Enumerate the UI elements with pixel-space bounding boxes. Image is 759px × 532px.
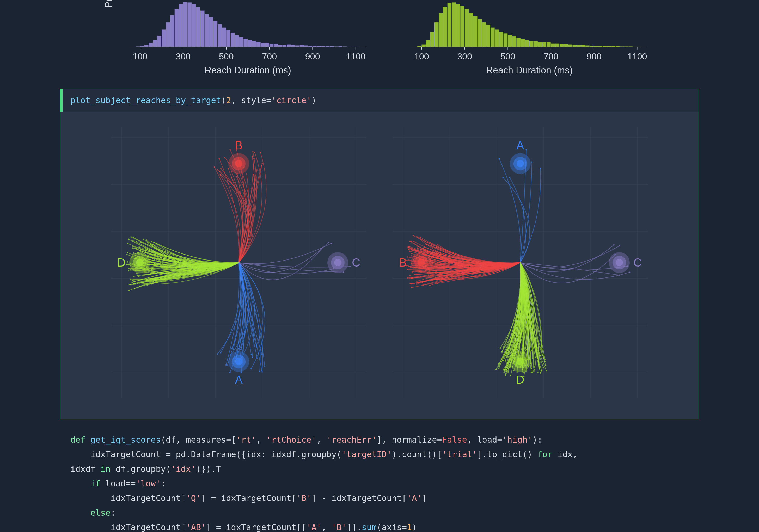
histogram-row: Pr 1003005007009001100Reach Duration (ms…: [60, 0, 699, 78]
svg-rect-29: [261, 43, 265, 47]
svg-rect-89: [516, 38, 521, 47]
svg-rect-74: [452, 2, 456, 47]
svg-rect-98: [555, 44, 559, 47]
svg-point-413: [417, 247, 418, 248]
notebook-cell-code[interactable]: def get_igt_scores(df, measures=['rt', '…: [60, 427, 699, 532]
notebook-cell-selected[interactable]: plot_subject_reaches_by_target(2, style=…: [60, 89, 699, 419]
svg-rect-3: [148, 43, 153, 47]
svg-rect-7: [166, 22, 170, 47]
svg-point-308: [130, 279, 131, 280]
svg-point-561: [531, 368, 532, 369]
svg-text:Reach Duration (ms): Reach Duration (ms): [486, 65, 573, 76]
svg-point-151: [261, 371, 263, 372]
svg-point-302: [150, 244, 151, 245]
svg-point-345: [509, 177, 510, 178]
svg-text:1100: 1100: [346, 51, 366, 61]
svg-rect-17: [209, 18, 213, 47]
svg-point-477: [507, 371, 509, 372]
svg-point-451: [412, 278, 413, 279]
svg-point-489: [496, 369, 497, 370]
svg-point-171: [259, 371, 260, 372]
cell-code[interactable]: plot_subject_reaches_by_target(2, style=…: [62, 89, 324, 111]
histogram-right: 1003005007009001100Reach Duration (ms): [387, 0, 653, 78]
svg-point-450: [412, 270, 414, 272]
svg-text:300: 300: [457, 51, 472, 61]
svg-point-166: [233, 349, 234, 350]
svg-point-203: [343, 272, 344, 273]
svg-point-572: [507, 357, 508, 358]
svg-point-523: [502, 347, 504, 348]
cell-input-area[interactable]: plot_subject_reaches_by_target(2, style=…: [60, 89, 699, 111]
svg-point-175: [252, 156, 253, 157]
svg-point-461: [613, 244, 615, 246]
svg-point-381: [437, 244, 439, 246]
svg-point-286: [146, 240, 147, 241]
svg-point-493: [532, 372, 533, 373]
svg-rect-16: [205, 14, 209, 47]
svg-text:700: 700: [543, 51, 558, 61]
svg-point-441: [411, 287, 412, 288]
svg-point-417: [407, 256, 409, 258]
svg-rect-99: [560, 44, 564, 47]
svg-point-449: [409, 246, 410, 247]
svg-rect-71: [439, 13, 443, 47]
svg-rect-82: [486, 25, 491, 47]
svg-point-222: [138, 276, 140, 277]
svg-point-281: [133, 246, 134, 247]
svg-rect-84: [495, 29, 499, 47]
svg-point-314: [150, 278, 151, 280]
svg-point-466: [498, 367, 499, 369]
svg-point-270: [133, 252, 134, 254]
svg-rect-91: [525, 40, 529, 47]
svg-point-568: [509, 367, 511, 368]
svg-point-405: [407, 269, 408, 270]
svg-point-327: [136, 259, 143, 266]
svg-rect-22: [231, 33, 235, 47]
svg-point-301: [132, 247, 133, 248]
svg-point-279: [133, 281, 135, 283]
svg-point-550: [546, 370, 547, 371]
svg-rect-78: [469, 13, 473, 47]
svg-point-349: [540, 168, 541, 169]
svg-text:1100: 1100: [627, 51, 647, 61]
svg-text:A: A: [516, 139, 524, 152]
svg-rect-25: [243, 39, 248, 47]
svg-point-578: [517, 160, 524, 167]
svg-rect-85: [499, 31, 503, 47]
svg-point-347: [526, 149, 527, 150]
svg-point-556: [533, 370, 535, 371]
svg-rect-83: [491, 28, 495, 47]
svg-point-306: [146, 285, 148, 286]
svg-point-348: [502, 177, 503, 178]
svg-rect-14: [196, 7, 200, 47]
svg-point-557: [503, 369, 504, 370]
svg-point-423: [409, 278, 410, 279]
svg-rect-24: [239, 37, 243, 47]
svg-point-277: [129, 284, 130, 285]
svg-point-531: [534, 369, 536, 370]
svg-rect-68: [426, 40, 430, 47]
svg-point-520: [501, 351, 502, 352]
svg-rect-35: [287, 45, 291, 47]
svg-text:500: 500: [219, 51, 234, 61]
svg-rect-86: [503, 33, 508, 47]
svg-point-503: [531, 371, 532, 373]
svg-point-318: [235, 358, 242, 365]
cell-run-gutter[interactable]: [60, 89, 62, 111]
svg-point-581: [418, 259, 425, 266]
svg-point-549: [543, 366, 544, 368]
svg-point-313: [150, 280, 151, 281]
svg-point-240: [128, 268, 129, 269]
svg-rect-12: [187, 2, 192, 47]
svg-rect-94: [538, 42, 542, 47]
svg-point-204: [328, 242, 329, 243]
svg-text:Reach Duration (ms): Reach Duration (ms): [205, 65, 291, 76]
svg-point-161: [220, 352, 221, 354]
svg-rect-28: [257, 42, 260, 47]
svg-point-448: [407, 277, 409, 279]
svg-point-215: [136, 241, 137, 242]
svg-rect-39: [304, 46, 308, 47]
svg-point-194: [256, 169, 258, 171]
svg-rect-103: [577, 45, 581, 47]
svg-text:A: A: [235, 373, 243, 386]
